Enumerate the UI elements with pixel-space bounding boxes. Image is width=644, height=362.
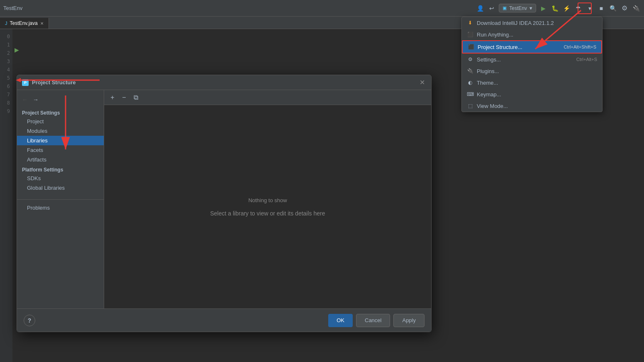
dialog-body: ← → Project Settings Project Modules Lib… bbox=[17, 90, 431, 308]
plugins-menu-icon: 🔌 bbox=[467, 68, 473, 74]
more-icon[interactable]: ▾ bbox=[585, 4, 594, 13]
dialog-sidebar: ← → Project Settings Project Modules Lib… bbox=[17, 90, 104, 308]
theme-icon: ◐ bbox=[467, 79, 473, 86]
run-config[interactable]: ▣ TestEnv ▾ bbox=[499, 4, 536, 12]
sidebar-item-modules[interactable]: Modules bbox=[17, 126, 104, 136]
content-main: Nothing to show Select a library to view… bbox=[104, 105, 431, 308]
dropdown-settings[interactable]: ⚙ Settings... Ctrl+Alt+S bbox=[462, 54, 602, 65]
dropdown-download[interactable]: ⬇ Download IntelliJ IDEA 2021.1.2 bbox=[462, 17, 602, 29]
sidebar-item-facets[interactable]: Facets bbox=[17, 145, 104, 155]
undo-icon[interactable]: ↩ bbox=[487, 4, 496, 13]
apply-button[interactable]: Apply bbox=[393, 314, 424, 327]
nav-back-button[interactable]: ← bbox=[20, 95, 29, 104]
dropdown-settings-label: Settings... bbox=[477, 56, 501, 63]
help-button[interactable]: ? bbox=[24, 315, 35, 326]
profile-icon[interactable]: ⚡ bbox=[562, 4, 571, 13]
dropdown-view-mode-label: View Mode... bbox=[477, 103, 508, 109]
dropdown-keymap-label: Keymap... bbox=[477, 91, 501, 98]
sidebar-item-artifacts[interactable]: Artifacts bbox=[17, 155, 104, 164]
select-library-hint: Select a library to view or edit its det… bbox=[210, 210, 325, 217]
settings-icon: ⚙ bbox=[467, 56, 473, 63]
dropdown-theme-label: Theme... bbox=[477, 80, 498, 86]
dropdown-project-structure[interactable]: ⬛ Project Structure... Ctrl+Alt+Shift+S bbox=[462, 40, 602, 54]
sidebar-item-global-libraries[interactable]: Global Libraries bbox=[17, 183, 104, 193]
search-icon[interactable]: 🔍 bbox=[608, 4, 617, 13]
dropdown-project-structure-label: Project Structure... bbox=[478, 44, 522, 50]
nav-forward-button[interactable]: → bbox=[31, 95, 40, 104]
plugins-icon[interactable]: 🔌 bbox=[632, 4, 641, 13]
line-num-7: 7 bbox=[0, 90, 12, 99]
dropdown-project-structure-shortcut: Ctrl+Alt+Shift+S bbox=[564, 44, 596, 49]
run-gutter-icon[interactable]: ▶ bbox=[12, 46, 21, 54]
dialog-ps-icon: P bbox=[22, 79, 29, 86]
keymap-icon: ⌨ bbox=[467, 91, 473, 98]
dropdown-theme[interactable]: ◐ Theme... bbox=[462, 77, 602, 88]
copy-library-button[interactable]: ⧉ bbox=[131, 93, 141, 103]
dialog-footer: ? OK Cancel Apply bbox=[17, 308, 431, 332]
dropdown-keymap[interactable]: ⌨ Keymap... bbox=[462, 88, 602, 100]
sidebar-item-sdks[interactable]: SDKs bbox=[17, 174, 104, 183]
tab-testenv-java[interactable]: J TestEnv.java ✕ bbox=[0, 18, 49, 29]
stop-icon[interactable]: ■ bbox=[597, 4, 606, 13]
dropdown-run-anything[interactable]: ⬛ Run Anything... bbox=[462, 29, 602, 40]
project-structure-dialog: P Project Structure ✕ ← → Project Settin… bbox=[17, 75, 432, 332]
dialog-titlebar: P Project Structure ✕ bbox=[17, 75, 431, 90]
dialog-content: + − ⧉ Nothing to show Select a library t… bbox=[104, 90, 431, 308]
coverage-icon[interactable]: ☂ bbox=[573, 4, 583, 13]
run-config-name: TestEnv bbox=[509, 5, 527, 11]
line-num-3: 3 bbox=[0, 57, 12, 66]
download-icon: ⬇ bbox=[467, 20, 473, 26]
line-num-0: 0 bbox=[0, 32, 12, 41]
gear-dropdown-menu: ⬇ Download IntelliJ IDEA 2021.1.2 ⬛ Run … bbox=[461, 17, 603, 112]
line-num-2: 2 bbox=[0, 49, 12, 57]
content-toolbar: + − ⧉ bbox=[104, 90, 431, 105]
run-icon[interactable]: ▶ bbox=[539, 4, 548, 13]
view-mode-icon: ⬚ bbox=[467, 103, 473, 109]
dropdown-download-label: Download IntelliJ IDEA 2021.1.2 bbox=[477, 20, 554, 26]
nothing-to-show-label: Nothing to show bbox=[248, 197, 287, 203]
section-platform-settings: Platform Settings bbox=[17, 164, 104, 174]
line-num-9: 9 bbox=[0, 107, 12, 115]
sidebar-item-libraries[interactable]: Libraries bbox=[17, 136, 104, 145]
line-numbers: 0 1 2 3 4 5 6 7 8 9 bbox=[0, 29, 12, 362]
project-structure-icon: ⬛ bbox=[468, 44, 474, 50]
line-num-5: 5 bbox=[0, 74, 12, 82]
dropdown-run-anything-label: Run Anything... bbox=[477, 32, 513, 38]
toolbar-icons: 👤 ↩ ▣ TestEnv ▾ ▶ 🐛 ⚡ ☂ ▾ ■ 🔍 ⚙ 🔌 bbox=[476, 4, 641, 13]
add-library-button[interactable]: + bbox=[107, 93, 117, 103]
dropdown-plugins-label: Plugins... bbox=[477, 68, 499, 74]
remove-library-button[interactable]: − bbox=[119, 93, 129, 103]
run-anything-icon: ⬛ bbox=[467, 31, 473, 38]
person-icon[interactable]: 👤 bbox=[476, 4, 485, 13]
gear-icon[interactable]: ⚙ bbox=[620, 4, 629, 13]
app-title: TestEnv bbox=[3, 5, 22, 11]
dialog-close-button[interactable]: ✕ bbox=[418, 78, 426, 87]
section-project-settings: Project Settings bbox=[17, 108, 104, 117]
dropdown-settings-shortcut: Ctrl+Alt+S bbox=[576, 57, 597, 62]
dropdown-plugins[interactable]: 🔌 Plugins... bbox=[462, 65, 602, 77]
dialog-title: Project Structure bbox=[32, 79, 76, 86]
tab-close-icon[interactable]: ✕ bbox=[40, 21, 44, 26]
sidebar-nav-buttons: ← → bbox=[17, 93, 104, 108]
line-num-1: 1 bbox=[0, 41, 12, 49]
main-toolbar: TestEnv 👤 ↩ ▣ TestEnv ▾ ▶ 🐛 ⚡ ☂ ▾ ■ 🔍 ⚙ … bbox=[0, 0, 644, 17]
cancel-button[interactable]: Cancel bbox=[356, 314, 390, 327]
debug-icon[interactable]: 🐛 bbox=[550, 4, 559, 13]
line-num-8: 8 bbox=[0, 99, 12, 107]
tab-label: TestEnv.java bbox=[10, 20, 38, 26]
line-num-4: 4 bbox=[0, 66, 12, 74]
run-config-dropdown-icon: ▾ bbox=[529, 5, 532, 11]
sidebar-item-project[interactable]: Project bbox=[17, 117, 104, 126]
sidebar-item-problems[interactable]: Problems bbox=[22, 203, 99, 213]
dropdown-view-mode[interactable]: ⬚ View Mode... bbox=[462, 100, 602, 112]
ok-button[interactable]: OK bbox=[328, 314, 353, 327]
line-num-6: 6 bbox=[0, 82, 12, 90]
